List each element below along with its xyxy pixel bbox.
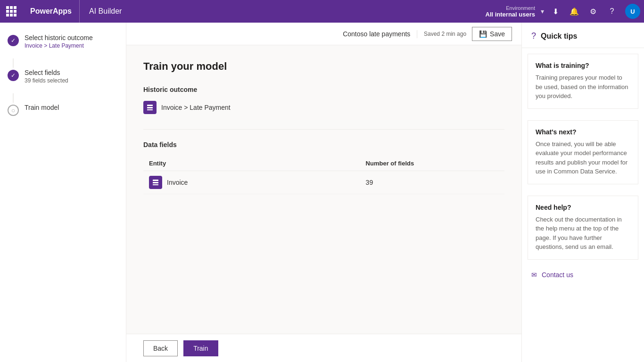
outcome-row: Invoice > Late Payment [143, 101, 504, 114]
quick-tips-title: Quick tips [541, 32, 577, 41]
model-name: Contoso late payments [343, 30, 410, 38]
step-1-subtitle: Invoice > Late Payment [25, 42, 93, 49]
save-icon: 💾 [479, 30, 487, 38]
data-fields-label: Data fields [143, 141, 504, 148]
notifications-icon[interactable]: 🔔 [565, 0, 584, 23]
outcome-entity-icon [143, 101, 157, 114]
step-3-indicator: ○ [8, 105, 19, 116]
step-3-title: Train model [25, 104, 59, 111]
step-connector-1 [13, 58, 14, 68]
step-3-content: Train model [25, 104, 59, 111]
step-2-indicator: ✓ [8, 70, 19, 81]
fields-col-header: Number of fields [360, 156, 504, 171]
steps-sidebar: ✓ Select historic outcome Invoice > Late… [0, 23, 126, 362]
invoice-table-icon [152, 179, 159, 186]
top-navigation: PowerApps AI Builder Environment All int… [0, 0, 644, 23]
entity-name: Invoice [167, 179, 188, 186]
page-title: Train your model [143, 60, 504, 73]
table-icon [147, 104, 153, 111]
back-button[interactable]: Back [143, 340, 178, 356]
train-button[interactable]: Train [183, 340, 218, 356]
quick-tips-icon: ? [531, 31, 536, 41]
saved-status: Saved 2 min ago [424, 31, 466, 37]
svg-rect-3 [153, 180, 158, 181]
svg-rect-2 [147, 109, 153, 110]
quick-tips-card-1: What is training? Training prepares your… [528, 54, 638, 109]
svg-rect-4 [153, 182, 158, 183]
step-3: ○ Train model [8, 104, 118, 116]
step-1-content: Select historic outcome Invoice > Late P… [25, 34, 93, 49]
qt-card-3-title: Need help? [536, 204, 630, 211]
step-1: ✓ Select historic outcome Invoice > Late… [8, 34, 118, 49]
nav-icons: ⬇ 🔔 ⚙ ? U [546, 0, 644, 23]
entity-col-header: Entity [143, 156, 360, 171]
download-icon[interactable]: ⬇ [546, 0, 565, 23]
qt-card-2-title: What's next? [536, 128, 630, 136]
aibuilder-title: AI Builder [80, 7, 131, 16]
user-avatar[interactable]: U [625, 4, 640, 19]
qt-card-1-title: What is training? [536, 62, 630, 69]
waffle-icon [6, 6, 17, 16]
environment-selector[interactable]: Environment All internal users [482, 5, 539, 18]
qt-card-1-text: Training prepares your model to be used,… [536, 73, 630, 101]
svg-rect-1 [147, 107, 153, 108]
outcome-value: Invoice > Late Payment [161, 104, 231, 111]
fields-count: 39 [360, 171, 504, 194]
step-2: ✓ Select fields 39 fields selected [8, 69, 118, 84]
environment-chevron-icon[interactable]: ▾ [539, 8, 546, 15]
topbar-divider: | [416, 29, 418, 39]
quick-tips-header: ? Quick tips [522, 23, 644, 48]
main-area: Contoso late payments | Saved 2 min ago … [126, 23, 521, 362]
step-1-indicator: ✓ [8, 35, 19, 46]
qt-card-3-text: Check out the documentation in the help … [536, 215, 630, 252]
step-2-subtitle: 39 fields selected [25, 77, 68, 84]
historic-outcome-section: Historic outcome Invoice > Late Payment [143, 86, 504, 114]
email-icon: ✉ [531, 271, 537, 279]
contact-us-label: Contact us [542, 271, 573, 279]
invoice-entity-icon [149, 176, 162, 189]
quick-tips-card-3: Need help? Check out the documentation i… [528, 196, 638, 260]
quick-tips-panel: ? Quick tips What is training? Training … [521, 23, 644, 362]
table-row: Invoice 39 [143, 171, 504, 194]
step-connector-2 [13, 93, 14, 103]
step-2-content: Select fields 39 fields selected [25, 69, 68, 84]
svg-rect-5 [153, 184, 158, 185]
content-area: ✓ Select historic outcome Invoice > Late… [0, 23, 644, 362]
contact-us-link[interactable]: ✉ Contact us [522, 265, 644, 284]
page-content: Train your model Historic outcome Invoic… [126, 45, 521, 334]
table-header-row: Entity Number of fields [143, 156, 504, 171]
help-icon[interactable]: ? [603, 0, 621, 23]
section-divider [143, 129, 504, 130]
powerapps-logo[interactable]: PowerApps [23, 0, 80, 23]
data-fields-section: Data fields Entity Number of fields [143, 141, 504, 194]
data-fields-table: Entity Number of fields [143, 156, 504, 194]
qt-card-2-text: Once trained, you will be able evaluate … [536, 140, 630, 176]
step-1-link[interactable]: Invoice > Late Payment [25, 42, 84, 49]
waffle-menu-button[interactable] [0, 0, 23, 23]
page-footer: Back Train [126, 334, 521, 362]
save-button[interactable]: 💾 Save [472, 27, 512, 41]
step-2-title: Select fields [25, 69, 68, 76]
entity-cell: Invoice [143, 171, 360, 194]
settings-icon[interactable]: ⚙ [584, 0, 603, 23]
quick-tips-card-2: What's next? Once trained, you will be a… [528, 120, 638, 184]
step-1-title: Select historic outcome [25, 34, 93, 41]
svg-rect-0 [147, 105, 153, 106]
historic-outcome-label: Historic outcome [143, 86, 504, 93]
model-topbar: Contoso late payments | Saved 2 min ago … [126, 23, 521, 45]
